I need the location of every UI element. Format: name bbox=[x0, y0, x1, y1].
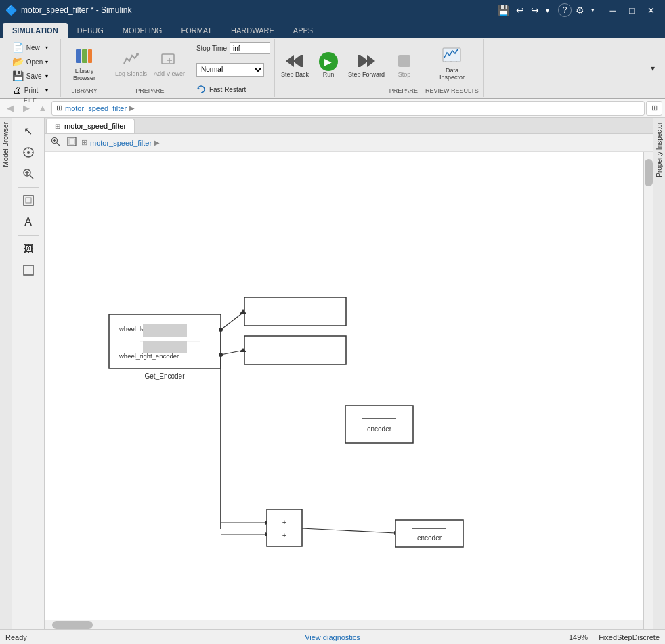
sum-block[interactable] bbox=[267, 509, 302, 546]
canvas-fit-btn[interactable] bbox=[65, 136, 79, 149]
log-signals-button[interactable]: Log Signals bbox=[112, 50, 150, 79]
redo-qa-btn[interactable]: ↪ bbox=[528, 3, 542, 17]
save-icon: 💾 bbox=[12, 70, 24, 81]
undo-qa-btn[interactable]: ↩ bbox=[513, 3, 527, 17]
property-inspector-label[interactable]: Property Inspector bbox=[654, 118, 664, 181]
svg-marker-12 bbox=[367, 55, 375, 67]
step-back-icon bbox=[286, 52, 303, 71]
nav-up-btn[interactable]: ▲ bbox=[35, 101, 50, 116]
breadcrumb-arrow: ▶ bbox=[129, 104, 135, 112]
more-qa-btn[interactable]: ▾ bbox=[543, 3, 552, 17]
title-controls: ─ □ ✕ bbox=[604, 3, 660, 17]
tab-modeling[interactable]: MODELING bbox=[113, 23, 172, 38]
step-back-button[interactable]: Step Back bbox=[278, 50, 312, 80]
data-inspector-icon bbox=[442, 47, 461, 66]
canvas-tab-motor[interactable]: ⊞ motor_speed_filter bbox=[46, 119, 135, 133]
encoder-box[interactable] bbox=[345, 406, 413, 443]
canvas-nav: ⊞ motor_speed_filter ▶ bbox=[45, 134, 653, 152]
title-left: 🔷 motor_speed_filter * - Simulink bbox=[5, 5, 131, 16]
library-browser-icon bbox=[74, 47, 93, 68]
statusbar: Ready View diagnostics 149% FixedStepDis… bbox=[0, 629, 665, 644]
tab-format[interactable]: FORMAT bbox=[171, 23, 221, 38]
toolbox-panel: ↖ A bbox=[12, 118, 45, 629]
nav-back-btn[interactable]: ◀ bbox=[3, 101, 18, 116]
zoom-in-tool-btn[interactable] bbox=[16, 164, 41, 184]
svg-rect-13 bbox=[358, 55, 360, 67]
titlebar: 🔷 motor_speed_filter * - Simulink 💾 ↩ ↪ … bbox=[0, 0, 665, 20]
text-tool-btn[interactable]: A bbox=[16, 212, 41, 232]
data-inspector-button[interactable]: DataInspector bbox=[437, 46, 467, 82]
print-icon: 🖨 bbox=[12, 85, 22, 95]
library-browser-button[interactable]: LibraryBrowser bbox=[70, 45, 98, 83]
image-tool-btn[interactable]: 🖼 bbox=[16, 238, 41, 259]
minimize-btn[interactable]: ─ bbox=[604, 3, 622, 17]
breadcrumb-model-name: motor_speed_filter bbox=[65, 104, 127, 112]
svg-rect-29 bbox=[24, 196, 33, 205]
tab-debug[interactable]: DEBUG bbox=[68, 23, 113, 38]
block-top-right-2[interactable] bbox=[244, 336, 346, 364]
canvas-svg: wheel_left_encoder wheel_right_encoder G… bbox=[45, 152, 653, 629]
help-qa-btn[interactable]: ? bbox=[558, 3, 572, 17]
stoptime-input[interactable] bbox=[230, 42, 270, 54]
save-qa-btn[interactable]: 💾 bbox=[495, 3, 512, 17]
ribbon-expand-btn[interactable]: ▾ bbox=[643, 59, 662, 78]
tab-apps[interactable]: APPS bbox=[284, 23, 322, 38]
open-icon: 📂 bbox=[12, 56, 24, 67]
canvas-path-arrow: ▶ bbox=[154, 139, 160, 146]
canvas-wrapper: ⊞ motor_speed_filter ⊞ moto bbox=[45, 118, 653, 629]
scrollbar-thumb-v[interactable] bbox=[645, 159, 653, 186]
run-icon: ▶ bbox=[319, 52, 338, 71]
scrollbar-vertical[interactable] bbox=[643, 152, 653, 629]
svg-rect-4 bbox=[162, 54, 174, 64]
nav-forward-btn[interactable]: ▶ bbox=[19, 101, 34, 116]
stop-icon bbox=[395, 52, 413, 71]
scrollbar-thumb-h[interactable] bbox=[52, 621, 93, 629]
model-browser-panel: Model Browser bbox=[0, 118, 12, 629]
run-button[interactable]: ▶ Run bbox=[315, 50, 342, 80]
solver-label: FixedStepDiscrete bbox=[599, 633, 660, 641]
settings-arrow-btn[interactable]: ▾ bbox=[588, 3, 597, 17]
svg-rect-39 bbox=[143, 324, 187, 337]
canvas-zoom-in-btn[interactable] bbox=[49, 136, 62, 149]
ribbon-section-library: LibraryBrowser LIBRARY bbox=[61, 39, 108, 97]
open-button[interactable]: 📂 Open ▾ bbox=[8, 55, 52, 68]
fast-restart-row: Fast Restart bbox=[196, 85, 270, 94]
open-label: Open bbox=[26, 58, 43, 66]
scrollbar-horizontal[interactable] bbox=[45, 620, 643, 629]
wire-sum-to-enc bbox=[302, 528, 395, 533]
close-btn[interactable]: ✕ bbox=[642, 3, 660, 17]
canvas-area[interactable]: wheel_left_encoder wheel_right_encoder G… bbox=[45, 152, 653, 629]
navigate-tool-btn[interactable] bbox=[16, 142, 41, 163]
save-arrow: ▾ bbox=[45, 73, 48, 79]
log-signals-label: Log Signals bbox=[115, 70, 147, 77]
new-icon: 📄 bbox=[12, 42, 24, 53]
maximize-btn[interactable]: □ bbox=[623, 3, 641, 17]
add-viewer-button[interactable]: Add Viewer bbox=[151, 50, 188, 79]
box-tool-btn[interactable] bbox=[16, 260, 41, 280]
svg-rect-31 bbox=[24, 265, 33, 275]
svg-rect-2 bbox=[88, 49, 92, 63]
tab-hardware[interactable]: HARDWARE bbox=[221, 23, 284, 38]
step-forward-button[interactable]: Step Forward bbox=[345, 50, 388, 80]
mode-select[interactable]: Normal Accelerator Rapid Accelerator bbox=[196, 63, 264, 77]
stop-label: Stop bbox=[398, 71, 411, 78]
view-diagnostics-link[interactable]: View diagnostics bbox=[305, 633, 360, 641]
nav-grid-btn[interactable]: ⊞ bbox=[646, 101, 662, 116]
zoom-fit-tool-btn[interactable] bbox=[16, 190, 41, 211]
library-browser-label: LibraryBrowser bbox=[73, 68, 95, 82]
tool-sep-2 bbox=[18, 235, 39, 236]
save-button[interactable]: 💾 Save ▾ bbox=[8, 69, 52, 83]
svg-line-26 bbox=[30, 175, 33, 179]
model-browser-label[interactable]: Model Browser bbox=[1, 118, 11, 171]
block-top-right-1[interactable] bbox=[244, 297, 346, 326]
tab-simulation[interactable]: SIMULATION bbox=[3, 23, 68, 38]
print-label: Print bbox=[24, 87, 39, 94]
select-tool-btn[interactable]: ↖ bbox=[16, 121, 41, 141]
print-button[interactable]: 🖨 Print ▾ bbox=[8, 83, 52, 97]
settings-qa-btn[interactable]: ⚙ bbox=[573, 3, 587, 17]
svg-rect-10 bbox=[301, 55, 303, 67]
stop-button[interactable]: Stop bbox=[391, 50, 418, 80]
fast-restart-icon bbox=[196, 85, 207, 94]
new-arrow: ▾ bbox=[45, 45, 48, 51]
new-button[interactable]: 📄 New ▾ bbox=[8, 41, 52, 54]
